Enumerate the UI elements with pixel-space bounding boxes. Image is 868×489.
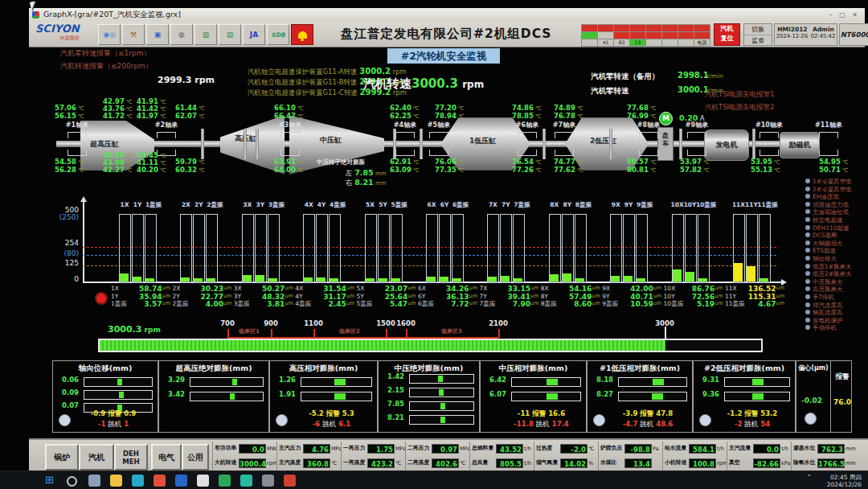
vib-bar-fill <box>575 278 584 281</box>
panel-row-slider[interactable] <box>409 415 474 425</box>
alarm-bell-icon[interactable] <box>291 24 313 45</box>
uhp-metal-temp-bottom: 40.20 ℃ <box>137 166 166 174</box>
footer-nav-boiler[interactable]: 锅炉 <box>45 444 79 471</box>
trip-alarm-bullet-icon <box>805 279 810 284</box>
slider-marker <box>439 389 444 396</box>
edge-browser-icon[interactable] <box>132 475 144 487</box>
panel-row-slider[interactable] <box>618 377 687 387</box>
slider-marker <box>230 393 235 400</box>
bearing-label: #1轴承 <box>63 121 91 129</box>
panel-row-slider[interactable] <box>301 392 372 401</box>
bell-glyph <box>298 31 307 39</box>
panel-row-slider[interactable] <box>409 374 474 384</box>
panel-title: #2低压相对膨胀(mm) <box>694 364 795 374</box>
panel-row-slider[interactable] <box>84 390 153 400</box>
trip-alarm-item: 手T停机 <box>813 294 834 302</box>
panel-row-slider[interactable] <box>724 377 790 387</box>
vib-bar-fill <box>256 275 264 281</box>
vib-value-cell: 2盖振4.00 um <box>172 300 231 308</box>
app-icon-teal[interactable] <box>240 475 252 487</box>
bearing-temp-bottom: 62.91 ℃ <box>390 158 420 166</box>
sciyon-logo-text: SCIYON <box>35 24 80 33</box>
vib-bar-outline <box>698 214 710 283</box>
panel-row-slider[interactable] <box>301 377 372 387</box>
bearing-bracket-bottom <box>518 150 537 156</box>
panel-row-slider[interactable] <box>618 392 687 401</box>
vib-bar-fill <box>145 278 154 281</box>
bearing-temp-bottom: 64.00 ℃ <box>274 166 304 174</box>
footer-nav-turbine[interactable]: 汽机 <box>79 444 114 471</box>
turbine-reset-line2: 复位 <box>714 34 739 43</box>
panel-row-slider[interactable] <box>190 377 264 387</box>
vib-value-cell: 9Y40.71 um <box>602 293 661 301</box>
vib-value-cell: 1Y35.94 um <box>111 293 170 301</box>
vib-bar-outline <box>623 214 635 283</box>
bearing-temp-top: 77.20 ℃ <box>435 104 465 112</box>
taskview-icon[interactable] <box>88 475 100 487</box>
y-tick-label: 125 <box>40 259 79 267</box>
bearing-temp-top: 62.07 ℃ <box>175 112 205 120</box>
window-controls[interactable]: – ▢ ✕ <box>829 11 860 18</box>
vib-bar-label: 8盖振 <box>570 201 597 209</box>
panel-row-value: 7.85 <box>382 400 404 408</box>
vib-bar-fill <box>624 276 633 281</box>
bearing-temp-top: 61.44 ℃ <box>175 104 205 112</box>
slider-marker <box>752 379 764 385</box>
switch-button[interactable]: 切换 <box>744 24 772 35</box>
trip-alarm-item: 排汽温度高 <box>813 302 843 310</box>
bearing-bracket-top <box>518 132 537 138</box>
nt6000-brand: NT6000 <box>839 23 868 46</box>
chrome-browser-icon[interactable] <box>154 475 166 487</box>
start-button[interactable]: ⊞ <box>45 475 57 487</box>
vib-bar-outline <box>180 214 192 283</box>
bearing-bracket-bottom <box>687 150 706 156</box>
app-icon-green[interactable] <box>219 475 231 487</box>
tools-icon[interactable]: ⚒ <box>122 24 145 45</box>
tray-chevron-icon[interactable]: ⌃ <box>806 474 812 481</box>
display-icon[interactable]: ▥ <box>194 24 217 45</box>
folder-icon[interactable] <box>110 475 122 487</box>
users-icon[interactable]: ◉◎ <box>98 24 121 45</box>
panel-row-slider[interactable] <box>84 377 153 387</box>
vib-value-cell: 5盖振5.47 um <box>357 300 416 308</box>
bearing-bracket-bottom <box>280 150 300 156</box>
vib-bar-label: 6盖振 <box>447 201 474 209</box>
operator-station-icon[interactable]: ◍ <box>170 24 193 45</box>
bearing-temp-top: 78.94 ℃ <box>435 112 465 120</box>
vib-bar-fill <box>330 278 338 281</box>
panel-status-indicator <box>59 414 71 426</box>
turbine-reset-button[interactable]: 汽机 复位 <box>714 23 740 46</box>
panel-row-slider[interactable] <box>511 377 581 387</box>
panel-row-slider[interactable] <box>511 392 581 401</box>
sdb-logo-icon[interactable]: SDB <box>267 24 289 45</box>
standby-zero-speed-value: 2998.1 <box>678 71 709 80</box>
panel-row-slider[interactable] <box>724 392 790 401</box>
search-icon[interactable] <box>67 476 77 487</box>
footer-param-top: 一再压力1.75MPa <box>343 442 407 454</box>
trip-alarm-bullet-icon <box>805 240 810 245</box>
docs-icon[interactable]: ▤ <box>219 24 241 45</box>
bearing-temp-top: 62.25 ℃ <box>390 112 420 120</box>
panel-row-slider[interactable] <box>409 401 474 411</box>
slider-marker <box>119 392 124 398</box>
bearing-temp-bottom: 53.97 ℃ <box>680 158 710 166</box>
monitor-button[interactable]: 监查 <box>744 35 772 46</box>
app-icon-gray[interactable] <box>262 475 274 487</box>
app-icon-red[interactable] <box>284 475 296 487</box>
panel-row-slider[interactable] <box>409 388 474 397</box>
panel-alarm-limits: -3.9 报警 47.8 <box>607 409 689 419</box>
footer-nav-electric[interactable]: 电气 <box>151 444 182 471</box>
footer-nav-common[interactable]: 公用 <box>182 444 209 471</box>
panel-row-slider[interactable] <box>190 392 264 401</box>
taskbar-clock[interactable]: 02:45 周四 2024/12/26 <box>827 474 862 488</box>
footer-nav-deh-meh[interactable]: DEHMEH <box>114 444 148 471</box>
app-icon-blue[interactable] <box>175 475 187 487</box>
ja-logo-icon[interactable]: JA <box>243 24 265 45</box>
y-tick-label: 0 <box>40 275 79 283</box>
footer-param-divider <box>469 442 470 471</box>
footer-param-divider <box>212 442 213 471</box>
speed-tick-label: 1600 <box>393 319 419 327</box>
app-icon-white[interactable] <box>197 475 209 487</box>
panel-row-value: 1.91 <box>273 390 296 398</box>
workstation-icon[interactable]: ▣ <box>146 24 169 45</box>
